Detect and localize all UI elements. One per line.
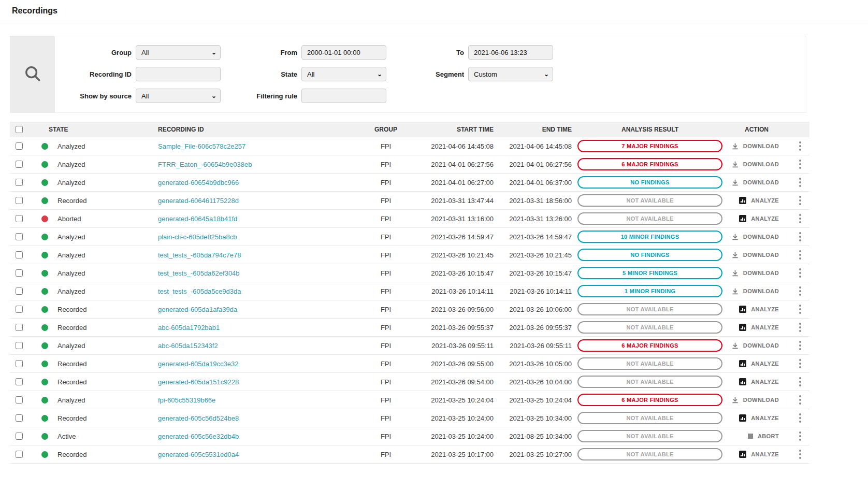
- kebab-menu-icon[interactable]: [797, 284, 803, 298]
- recording-id-link[interactable]: generated-605da151c9228: [158, 378, 239, 386]
- kebab-menu-icon[interactable]: [797, 321, 803, 334]
- filter-panel: Group All ⌄ Recording ID Show by source …: [10, 36, 806, 113]
- row-checkbox[interactable]: [16, 142, 23, 150]
- recording-id-link[interactable]: plain-cli-c-605de825ba8cb: [158, 233, 237, 241]
- row-checkbox[interactable]: [16, 233, 23, 240]
- table-row: Recorded generated-605c5531ed0a4 FPI 202…: [10, 445, 809, 464]
- action-button[interactable]: ANALYZE: [739, 306, 779, 313]
- row-checkbox[interactable]: [16, 414, 23, 422]
- recording-id-link[interactable]: test_tests_-605da5ce9d3da: [158, 287, 241, 295]
- action-label: DOWNLOAD: [743, 143, 779, 149]
- recording-id-link[interactable]: fpi-605c55319b66e: [158, 396, 215, 404]
- recording-id-link[interactable]: test_tests_-605da62ef304b: [158, 269, 240, 277]
- recording-id-link[interactable]: test_tests_-605da794c7e78: [158, 251, 241, 259]
- start-time: 2021-03-26 09:54:00: [430, 378, 499, 386]
- recording-id-link[interactable]: generated-60654b9dbc966: [158, 179, 239, 186]
- recording-id-link[interactable]: generated-605da1afa39da: [158, 306, 237, 313]
- action-button[interactable]: ANALYZE: [739, 414, 779, 422]
- table-row: Recorded generated-605da1afa39da FPI 202…: [10, 300, 809, 319]
- filtering-rule-input[interactable]: [301, 89, 386, 103]
- segment-select[interactable]: Custom: [468, 67, 553, 81]
- action-button[interactable]: ANALYZE: [739, 197, 779, 204]
- recording-id-link[interactable]: Sample_File-606c578c2e257: [158, 142, 245, 150]
- group-cell: FPI: [342, 360, 430, 368]
- analysis-result-badge: NOT AVAILABLE: [577, 357, 722, 370]
- row-checkbox[interactable]: [16, 360, 23, 367]
- kebab-menu-icon[interactable]: [797, 194, 803, 207]
- start-time: 2021-03-25 10:24:04: [430, 396, 499, 404]
- table-row: Analyzed generated-60654b9dbc966 FPI 202…: [10, 174, 809, 192]
- kebab-menu-icon[interactable]: [797, 230, 803, 243]
- kebab-menu-icon[interactable]: [797, 339, 803, 352]
- recording-id-link[interactable]: FTRR_Eaton_-60654b9e038eb: [158, 161, 252, 168]
- recording-id-link[interactable]: abc-605da1792bab1: [158, 324, 220, 332]
- recording-id-link[interactable]: generated-605c56e32db4b: [158, 433, 239, 440]
- action-button[interactable]: ANALYZE: [739, 360, 779, 367]
- recording-id-link[interactable]: generated-606461175228d: [158, 197, 239, 205]
- recording-id-link[interactable]: abc-605da152343f2: [158, 342, 218, 350]
- kebab-menu-icon[interactable]: [797, 429, 803, 443]
- action-button[interactable]: DOWNLOAD: [732, 143, 779, 150]
- kebab-menu-icon[interactable]: [797, 393, 803, 407]
- recording-id-input[interactable]: [136, 67, 221, 81]
- action-button[interactable]: DOWNLOAD: [732, 270, 779, 277]
- search-button[interactable]: [10, 36, 55, 112]
- recordings-table: STATE RECORDING ID GROUP START TIME END …: [10, 122, 809, 464]
- table-row: Aborted generated-60645a18b41fd FPI 2021…: [10, 210, 809, 228]
- state-select[interactable]: All: [301, 67, 386, 81]
- recording-id-link[interactable]: generated-605c5531ed0a4: [158, 451, 239, 458]
- action-button[interactable]: ANALYZE: [739, 215, 779, 222]
- kebab-menu-icon[interactable]: [797, 357, 803, 370]
- row-checkbox[interactable]: [16, 378, 23, 385]
- state-label: Analyzed: [57, 161, 85, 168]
- from-input[interactable]: [301, 45, 386, 60]
- state-label: Recorded: [57, 324, 86, 332]
- action-button[interactable]: DOWNLOAD: [732, 252, 779, 258]
- row-checkbox[interactable]: [16, 451, 23, 458]
- action-button[interactable]: DOWNLOAD: [732, 342, 779, 349]
- row-checkbox[interactable]: [16, 433, 23, 440]
- kebab-menu-icon[interactable]: [797, 411, 803, 425]
- action-button[interactable]: DOWNLOAD: [732, 179, 779, 186]
- action-button[interactable]: DOWNLOAD: [732, 288, 779, 295]
- row-checkbox[interactable]: [16, 215, 23, 222]
- kebab-menu-icon[interactable]: [797, 139, 803, 153]
- row-checkbox[interactable]: [16, 342, 23, 349]
- action-button[interactable]: ABORT: [748, 433, 779, 439]
- select-all-checkbox[interactable]: [16, 126, 23, 133]
- recording-id-link[interactable]: generated-60645a18b41fd: [158, 215, 237, 223]
- row-checkbox[interactable]: [16, 287, 23, 295]
- to-input[interactable]: [468, 45, 553, 60]
- row-checkbox[interactable]: [16, 251, 23, 258]
- action-button[interactable]: ANALYZE: [739, 451, 779, 458]
- row-checkbox[interactable]: [16, 161, 23, 168]
- action-button[interactable]: ANALYZE: [739, 378, 779, 385]
- kebab-menu-icon[interactable]: [797, 375, 803, 388]
- kebab-menu-icon[interactable]: [797, 303, 803, 316]
- action-button[interactable]: DOWNLOAD: [732, 397, 779, 404]
- row-checkbox[interactable]: [16, 197, 23, 204]
- action-button[interactable]: ANALYZE: [739, 324, 779, 331]
- row-checkbox[interactable]: [16, 324, 23, 331]
- column-header-end-time: END TIME: [499, 126, 577, 133]
- group-select[interactable]: All: [136, 45, 221, 60]
- row-checkbox[interactable]: [16, 269, 23, 277]
- kebab-menu-icon[interactable]: [797, 157, 803, 171]
- action-button[interactable]: DOWNLOAD: [732, 161, 779, 168]
- recording-id-link[interactable]: generated-605c56d524be8: [158, 414, 239, 422]
- start-time: 2021-03-26 09:56:00: [430, 306, 499, 313]
- kebab-menu-icon[interactable]: [797, 448, 803, 461]
- action-button[interactable]: DOWNLOAD: [732, 234, 779, 240]
- row-checkbox[interactable]: [16, 179, 23, 186]
- row-checkbox[interactable]: [16, 306, 23, 313]
- page-title: Recordings: [12, 6, 856, 16]
- kebab-menu-icon[interactable]: [797, 176, 803, 189]
- start-time: 2021-04-01 06:27:00: [430, 179, 499, 186]
- kebab-menu-icon[interactable]: [797, 248, 803, 262]
- kebab-menu-icon[interactable]: [797, 266, 803, 280]
- show-by-source-select[interactable]: All: [136, 89, 221, 103]
- recording-id-link[interactable]: generated-605da19cc3e32: [158, 360, 238, 368]
- kebab-menu-icon[interactable]: [797, 212, 803, 225]
- end-time: 2021-03-26 14:59:47: [499, 233, 577, 241]
- row-checkbox[interactable]: [16, 396, 23, 404]
